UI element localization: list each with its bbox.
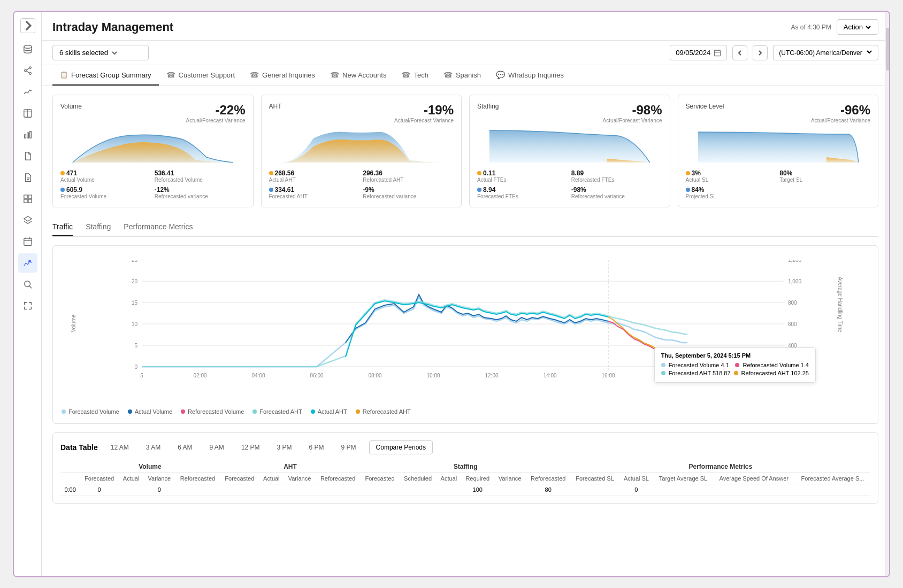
sidebar-icon-database[interactable]	[18, 40, 37, 59]
legend-dot-reforecasted-aht	[356, 409, 360, 414]
tab-whatsup[interactable]: 💬 Whatsup Inquiries	[488, 65, 571, 86]
sidebar-icon-chart-line[interactable]	[18, 82, 37, 102]
timezone-select[interactable]: (UTC-06:00) America/Denver	[773, 45, 878, 60]
section-tab-staffing[interactable]: Staffing	[86, 218, 111, 236]
sub-col-staff-required: Required	[461, 473, 494, 484]
tab-general-inquiries[interactable]: ☎ General Inquiries	[242, 65, 323, 86]
section-tab-performance[interactable]: Performance Metrics	[124, 218, 193, 236]
tooltip-color-1	[661, 363, 665, 367]
sidebar-expand-btn[interactable]	[20, 18, 35, 33]
kpi-staffing-stats: 0.11Actual FTEs 8.89Reforcasted FTEs 8.9…	[477, 169, 662, 199]
col-group-performance: Performance Metrics	[571, 461, 870, 473]
row-pm-target-sl	[653, 484, 713, 496]
sidebar-icon-graph-active[interactable]	[18, 253, 37, 273]
skills-select[interactable]: 6 skills selected	[52, 45, 149, 60]
kpi-volume-chart	[60, 128, 246, 165]
col-group-staffing: Staffing	[361, 461, 571, 473]
tooltip-color-3	[661, 371, 665, 375]
svg-text:5: 5	[140, 373, 143, 378]
y-axis-right-label: Average Handling Time	[838, 277, 844, 332]
page-header: Intraday Management As of 4:30 PM Action	[42, 12, 889, 41]
svg-text:5: 5	[134, 343, 137, 349]
sub-col-staff-actual: Actual	[437, 473, 461, 484]
time-btn-3pm[interactable]: 3 PM	[273, 442, 296, 453]
time-btn-9pm[interactable]: 9 PM	[337, 442, 361, 453]
tab-spanish[interactable]: ☎ Spanish	[436, 65, 488, 86]
svg-point-1	[29, 67, 31, 69]
page-content: Volume -22% Actual/Forecast Variance	[42, 86, 889, 576]
sidebar-icon-calendar[interactable]	[18, 232, 37, 251]
main-content: Intraday Management As of 4:30 PM Action…	[42, 12, 889, 576]
section-tab-traffic[interactable]: Traffic	[52, 218, 73, 236]
compare-periods-btn[interactable]: Compare Periods	[369, 440, 433, 454]
sidebar-icon-layers[interactable]	[18, 211, 37, 230]
time-btn-6pm[interactable]: 6 PM	[305, 442, 328, 453]
svg-text:10: 10	[132, 321, 138, 327]
svg-rect-14	[24, 195, 27, 198]
scrollbar-thumb[interactable]	[886, 28, 889, 71]
sidebar-icon-bar-chart[interactable]	[18, 125, 37, 144]
tab-customer-support[interactable]: ☎ Customer Support	[159, 65, 243, 86]
kpi-volume-subtitle: Actual/Forecast Variance	[186, 118, 246, 123]
row-pm-forecasted-avg	[795, 484, 870, 496]
kpi-card-service-level: Service Level -96% Actual/Forecast Varia…	[678, 95, 879, 207]
sub-col-staff-scheduled: Scheduled	[399, 473, 436, 484]
svg-line-5	[26, 68, 29, 71]
kpi-volume-title: Volume	[60, 103, 82, 110]
svg-text:1,000: 1,000	[788, 278, 801, 284]
svg-text:12:00: 12:00	[485, 373, 498, 378]
sidebar-icon-share[interactable]	[18, 61, 37, 80]
svg-rect-10	[27, 133, 28, 138]
row-staff-scheduled	[399, 484, 436, 496]
y-axis-left-label: Volume	[71, 314, 76, 332]
tab-new-accounts[interactable]: ☎ New Accounts	[323, 65, 394, 86]
sidebar-icon-grid[interactable]	[18, 189, 37, 208]
time-btn-3am[interactable]: 3 AM	[142, 442, 165, 453]
sub-col-pm-aso: Average Speed Of Answer	[713, 473, 795, 484]
sub-col-vol-actual: Actual	[119, 473, 143, 484]
action-button[interactable]: Action	[837, 19, 878, 35]
col-group-volume: Volume	[80, 461, 220, 473]
svg-text:0: 0	[134, 364, 137, 370]
date-next-btn[interactable]	[753, 45, 768, 60]
svg-text:1,200: 1,200	[788, 260, 801, 263]
sidebar-icon-expand[interactable]	[18, 296, 37, 315]
kpi-card-aht: AHT -19% Actual/Forecast Variance	[261, 95, 462, 207]
row-aht-forecasted	[220, 484, 259, 496]
sub-col-vol-variance: Variance	[143, 473, 175, 484]
page-title: Intraday Management	[52, 20, 173, 34]
sidebar-icon-search[interactable]	[18, 275, 37, 294]
date-prev-btn[interactable]	[732, 45, 747, 60]
row-vol-actual	[119, 484, 143, 496]
svg-rect-19	[24, 238, 31, 246]
sidebar-icon-doc2[interactable]	[18, 168, 37, 187]
time-btn-6am[interactable]: 6 AM	[173, 442, 196, 453]
svg-text:14:00: 14:00	[543, 373, 556, 378]
legend-dot-reforecasted-volume	[181, 409, 185, 414]
svg-text:25: 25	[132, 260, 138, 263]
svg-rect-6	[24, 110, 31, 117]
data-table-header: Data Table 12 AM 3 AM 6 AM 9 AM 12 PM 3 …	[60, 440, 870, 454]
svg-rect-9	[24, 135, 26, 138]
tooltip-date: Thu, September 5, 2024 5:15 PM	[661, 352, 809, 359]
time-btn-12pm[interactable]: 12 PM	[237, 442, 264, 453]
date-input[interactable]: 09/05/2024	[670, 45, 727, 60]
sub-col-pm-forecasted-sl: Forecasted SL	[571, 473, 619, 484]
sub-col-pm-actual-sl: Actual SL	[619, 473, 653, 484]
svg-text:02:00: 02:00	[193, 373, 206, 378]
time-btn-9am[interactable]: 9 AM	[205, 442, 228, 453]
sidebar-icon-table[interactable]	[18, 104, 37, 123]
row-aht-actual	[259, 484, 284, 496]
svg-rect-17	[28, 199, 31, 203]
scrollbar[interactable]	[885, 12, 889, 576]
time-btn-12am[interactable]: 12 AM	[106, 442, 133, 453]
tab-forecast-group[interactable]: 📋 Forecast Group Summary	[52, 66, 159, 86]
sidebar-icon-doc[interactable]	[18, 146, 37, 166]
kpi-staffing-title: Staffing	[477, 103, 499, 110]
svg-line-25	[29, 286, 32, 288]
sub-col-staff-variance: Variance	[494, 473, 525, 484]
kpi-card-staffing: Staffing -98% Actual/Forecast Variance	[469, 95, 670, 207]
kpi-staffing-chart	[477, 128, 662, 165]
tab-tech[interactable]: ☎ Tech	[394, 65, 435, 86]
sub-col-pm-forecasted-avg: Forecasted Average S...	[795, 473, 870, 484]
